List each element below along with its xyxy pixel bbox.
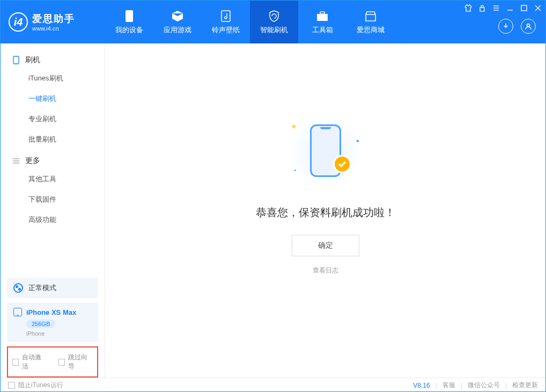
version-label: V8.16 <box>413 382 430 389</box>
tab-ringtones-wallpapers[interactable]: 铃声壁纸 <box>202 1 250 43</box>
app-logo[interactable]: i4 爱思助手 www.i4.cn <box>1 12 105 32</box>
check-update-link[interactable]: 检查更新 <box>512 381 538 390</box>
confirm-button[interactable]: 确定 <box>292 235 359 256</box>
lock-icon[interactable] <box>478 4 486 12</box>
footer: 阻止iTunes运行 V8.16 | 客服 | 微信公众号 | 检查更新 <box>1 378 545 392</box>
device-icon <box>13 308 22 316</box>
checkbox-icon <box>8 382 15 389</box>
svg-rect-4 <box>480 8 484 11</box>
shirt-icon[interactable] <box>464 4 473 12</box>
group-title: 刷机 <box>25 55 40 65</box>
phone-icon <box>122 9 136 23</box>
mode-label: 正常模式 <box>28 283 56 293</box>
svg-rect-9 <box>521 5 527 11</box>
checkbox-skip-guide[interactable]: 跳过向导 <box>58 353 93 371</box>
close-icon[interactable] <box>534 4 542 12</box>
tab-label: 铃声壁纸 <box>212 25 240 35</box>
flash-options-highlighted: 自动激活 跳过向导 <box>7 346 98 378</box>
maximize-icon[interactable] <box>520 4 528 12</box>
user-icon[interactable] <box>521 19 536 34</box>
svg-point-12 <box>527 24 530 27</box>
tab-smart-flash[interactable]: 智能刷机 <box>250 1 298 43</box>
minimize-icon[interactable] <box>506 4 514 12</box>
svg-rect-13 <box>13 56 19 64</box>
app-subtitle: www.i4.cn <box>32 25 75 32</box>
mode-icon <box>13 283 23 293</box>
checkbox-label: 跳过向导 <box>68 353 93 371</box>
device-type: iPhone <box>26 330 92 337</box>
download-icon[interactable] <box>498 19 513 34</box>
logo-icon: i4 <box>9 12 28 32</box>
check-icon <box>333 155 351 173</box>
tab-label: 我的设备 <box>115 25 143 35</box>
svg-rect-0 <box>126 10 133 22</box>
device-storage-badge: 256GB <box>26 320 55 328</box>
support-link[interactable]: 客服 <box>442 381 455 390</box>
header-action-icons <box>498 19 536 34</box>
checkbox-label: 阻止iTunes运行 <box>18 381 63 390</box>
cube-icon <box>171 9 185 23</box>
sidebar-item-batch-flash[interactable]: 批量刷机 <box>1 129 105 150</box>
music-note-icon <box>219 9 233 23</box>
toolbox-icon <box>315 9 329 23</box>
mode-status[interactable]: 正常模式 <box>7 278 98 298</box>
tab-toolbox[interactable]: 工具箱 <box>298 1 346 43</box>
sidebar-group-more: 更多 <box>1 150 105 169</box>
sidebar-item-download-firmware[interactable]: 下载固件 <box>1 189 105 210</box>
store-icon <box>364 9 378 23</box>
success-message: 恭喜您，保资料刷机成功啦！ <box>256 205 395 220</box>
window-controls <box>464 4 542 12</box>
app-title: 爱思助手 <box>32 12 75 25</box>
app-header: i4 爱思助手 www.i4.cn 我的设备 应用游戏 铃声壁纸 智能刷机 工具… <box>1 1 545 43</box>
checkbox-label: 自动激活 <box>22 353 47 371</box>
shield-refresh-icon <box>267 9 281 23</box>
checkbox-icon <box>58 359 65 366</box>
phone-outline-icon <box>12 56 20 64</box>
sidebar-group-flash: 刷机 <box>1 49 105 68</box>
sidebar-item-itunes-flash[interactable]: iTunes刷机 <box>1 68 105 88</box>
svg-rect-1 <box>222 11 230 21</box>
device-name: iPhone XS Max <box>26 308 76 316</box>
wechat-link[interactable]: 微信公众号 <box>468 381 500 390</box>
sidebar-item-advanced[interactable]: 高级功能 <box>1 210 105 230</box>
view-log-link[interactable]: 查看日志 <box>313 266 338 275</box>
svg-rect-3 <box>320 12 324 14</box>
menu-icon[interactable] <box>492 4 500 12</box>
sidebar: 刷机 iTunes刷机 一键刷机 专业刷机 批量刷机 更多 其他工具 下载固件 … <box>1 43 105 378</box>
tab-label: 工具箱 <box>312 25 333 35</box>
tab-my-device[interactable]: 我的设备 <box>105 1 153 43</box>
sidebar-item-other-tools[interactable]: 其他工具 <box>1 169 105 189</box>
checkbox-stop-itunes[interactable]: 阻止iTunes运行 <box>8 381 63 390</box>
group-title: 更多 <box>25 156 40 166</box>
tab-label: 爱思商城 <box>357 25 385 35</box>
sidebar-item-oneclick-flash[interactable]: 一键刷机 <box>1 88 105 109</box>
tab-store[interactable]: 爱思商城 <box>346 1 395 43</box>
tab-label: 智能刷机 <box>260 25 288 35</box>
sidebar-item-pro-flash[interactable]: 专业刷机 <box>1 109 105 129</box>
checkbox-icon <box>12 359 19 366</box>
main-content: 恭喜您，保资料刷机成功啦！ 确定 查看日志 <box>105 43 545 378</box>
nav-tabs: 我的设备 应用游戏 铃声壁纸 智能刷机 工具箱 爱思商城 <box>105 1 395 43</box>
tab-label: 应用游戏 <box>164 25 191 35</box>
success-illustration <box>288 114 363 189</box>
tab-apps-games[interactable]: 应用游戏 <box>153 1 202 43</box>
svg-rect-2 <box>317 14 328 21</box>
device-info[interactable]: iPhone XS Max 256GB iPhone <box>7 302 98 342</box>
list-icon <box>12 157 20 165</box>
checkbox-auto-activate[interactable]: 自动激活 <box>12 353 47 371</box>
